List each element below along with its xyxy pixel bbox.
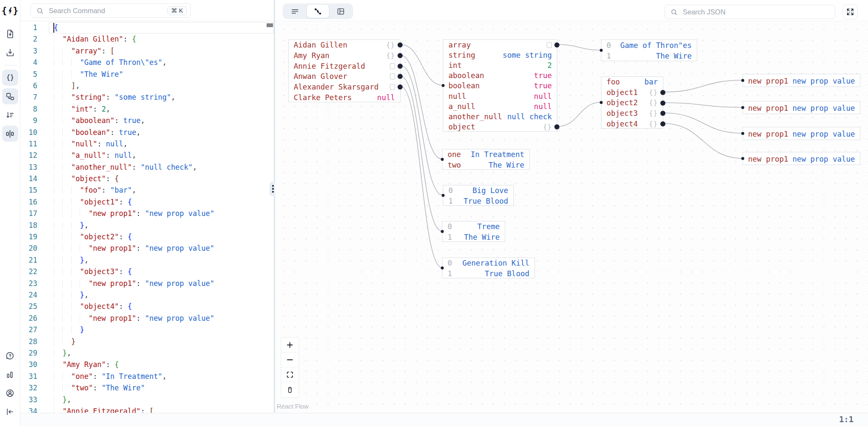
node-row[interactable]: Clarke Petersnull [289,92,400,103]
line-number[interactable]: 14 [20,173,49,185]
line-number[interactable]: 30 [20,359,49,370]
code-line[interactable]: "object2": { [49,231,274,243]
editor-scrollbar-thumb[interactable] [267,23,273,27]
table-view-button[interactable] [330,5,352,18]
code-line[interactable]: "foo": "bar", [49,185,274,196]
search-command-input[interactable] [48,6,164,15]
graph-node-amy-ryan[interactable]: oneIn TreatmenttwoThe Wire [442,149,530,170]
fit-view-button[interactable] [281,367,298,382]
text-view-button[interactable] [284,5,306,18]
code-line[interactable]: "aboolean": true, [49,115,274,126]
line-number[interactable]: 6 [20,80,49,92]
line-number[interactable]: 20 [20,243,49,254]
node-row[interactable]: Annie Fitzgerald [289,61,400,71]
line-number[interactable]: 15 [20,185,49,196]
code-line[interactable]: } [49,324,274,336]
stats-button[interactable] [2,366,18,382]
line-number[interactable]: 9 [20,115,49,126]
graph-node-anwan-glover[interactable]: 0Treme1The Wire [442,221,505,242]
node-row[interactable]: new prop1new prop value [743,152,860,165]
code-line[interactable]: "int": 2, [49,104,274,115]
code-line[interactable]: "two": "The Wire" [49,382,274,394]
code-line[interactable]: "object3": { [49,266,274,277]
node-row[interactable]: 1True Blood [443,196,513,207]
line-number[interactable]: 4 [20,57,49,68]
node-row[interactable]: array [443,40,557,50]
graph-node-object[interactable]: foobarobject1{}object2{}object3{}object4… [601,76,663,129]
node-row[interactable]: 0Big Love [443,185,513,196]
node-row[interactable]: new prop1new prop value [743,101,860,115]
search-json-box[interactable] [665,5,835,19]
code-line[interactable]: "new prop1": "new prop value" [49,278,274,289]
node-row[interactable]: booleantrue [443,81,557,91]
code-line[interactable]: "new prop1": "new prop value" [49,208,274,219]
line-number[interactable]: 23 [20,278,49,289]
line-number[interactable]: 32 [20,382,49,394]
line-number[interactable]: 13 [20,162,49,173]
graph-node-object3[interactable]: new prop1new prop value [743,127,860,140]
app-logo[interactable]: { } [2,3,18,18]
node-row[interactable]: foobar [601,77,663,87]
graph-node-object4[interactable]: new prop1new prop value [743,152,860,165]
node-row[interactable]: Amy Ryan{} [289,50,400,61]
node-row[interactable]: object{} [443,122,557,132]
line-number[interactable]: 10 [20,127,49,138]
code-line[interactable]: "array": [ [49,45,274,57]
code-line[interactable]: "Game of Thron\"es", [49,57,274,68]
code-line[interactable]: }, [49,220,274,231]
line-number[interactable]: 28 [20,336,49,348]
line-number[interactable]: 3 [20,45,49,57]
node-row[interactable]: 0Treme [442,221,505,232]
code-line[interactable]: "null": null, [49,138,274,150]
graph-node-object1[interactable]: new prop1new prop value [743,74,860,87]
line-number[interactable]: 24 [20,289,49,301]
code-line[interactable]: }, [49,255,274,266]
node-row[interactable]: another_nullnull check [443,112,557,122]
node-row[interactable]: 1The Wire [442,232,505,243]
interactive-button[interactable] [281,382,298,397]
code-line[interactable]: "object4": { [49,301,274,312]
graph-node-object2[interactable]: new prop1new prop value [743,101,860,114]
zoom-in-button[interactable] [281,338,298,353]
node-row[interactable]: Aidan Gillen{} [289,40,400,50]
line-number[interactable]: 18 [20,220,49,231]
node-row[interactable]: Alexander Skarsgard [289,82,400,92]
code-line[interactable]: "object1": { [49,196,274,208]
line-number[interactable]: 26 [20,313,49,324]
graph-canvas[interactable]: Aidan Gillen{}Amy Ryan{}Annie Fitzgerald… [275,21,868,413]
json-braces-button[interactable] [2,70,18,86]
line-number[interactable]: 19 [20,231,49,243]
code-line[interactable]: } [49,336,274,348]
node-row[interactable]: twoThe Wire [442,160,529,171]
code-line[interactable]: "a_null": null, [49,150,274,161]
line-number[interactable]: 11 [20,138,49,150]
graph-node-root[interactable]: Aidan Gillen{}Amy Ryan{}Annie Fitzgerald… [288,39,401,102]
line-number[interactable]: 21 [20,255,49,266]
code-line[interactable]: "one": "In Treatment", [49,371,274,382]
code-line[interactable]: ], [49,80,274,92]
code-line[interactable]: "Annie Fitzgerald": [ [49,406,274,413]
search-json-input[interactable] [682,8,832,17]
code-line[interactable]: "new prop1": "new prop value" [49,313,274,324]
graph-node-aidan-gillen[interactable]: arraystringsome stringint2abooleantruebo… [443,39,557,132]
account-button[interactable] [2,385,18,401]
code-line[interactable]: "Amy Ryan": { [49,359,274,370]
line-number[interactable]: 1 [20,22,49,34]
code-line[interactable]: "string": "some string", [49,92,274,103]
node-row[interactable]: object1{} [601,87,663,98]
code-line[interactable]: }, [49,348,274,359]
line-number[interactable]: 17 [20,208,49,219]
line-number[interactable]: 34 [20,406,49,413]
line-number[interactable]: 8 [20,104,49,115]
code-line[interactable]: "new prop1": "new prop value" [49,243,274,254]
line-number[interactable]: 33 [20,394,49,406]
node-row[interactable]: new prop1new prop value [743,127,860,140]
line-number[interactable]: 31 [20,371,49,382]
code-line[interactable]: "boolean": true, [49,127,274,138]
graphs-button[interactable] [2,88,18,104]
node-row[interactable]: a_nullnull [443,101,557,112]
code-line[interactable]: }, [49,394,274,406]
graph-node-annie-fitzgerald[interactable]: 0Big Love1True Blood [443,185,514,206]
line-number[interactable]: 2 [20,34,49,45]
code-area[interactable]: { "Aidan Gillen": { "array": [ "Game of … [49,22,274,413]
